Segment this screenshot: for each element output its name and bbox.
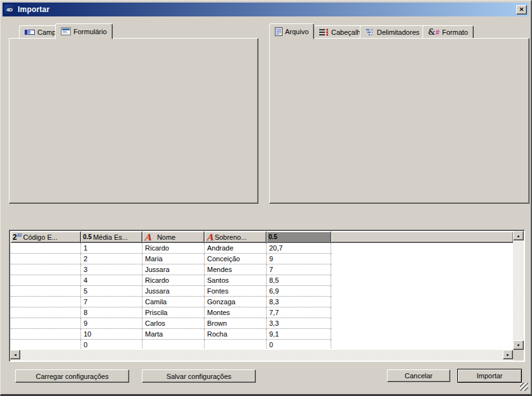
table-cell: Gonzaga (205, 297, 267, 307)
table-cell: 0 (81, 340, 142, 349)
table-cell: Fontes (205, 286, 267, 296)
tab-arquivo[interactable]: Arquivo (269, 23, 314, 39)
type-alpha-icon: A (206, 234, 213, 240)
table-row[interactable]: 1RicardoAndrade20,7 (11, 243, 331, 254)
column-label: Código E... (23, 233, 57, 241)
table-cell (11, 275, 81, 285)
table-cell: Camila (142, 297, 205, 307)
table-cell: 9 (81, 318, 142, 328)
column-header[interactable]: 0.5 Média Es... (81, 232, 142, 243)
table-cell: 8,5 (267, 275, 331, 285)
table-row[interactable]: 5JussaraFontes6,9 (11, 286, 331, 297)
header-filler (331, 232, 513, 243)
format-icon: & (428, 28, 435, 37)
table-cell: Andrade (205, 243, 267, 253)
save-config-button[interactable]: Salvar configurações (142, 369, 256, 383)
table-cell: Jussara (142, 286, 205, 296)
left-panel (9, 38, 258, 204)
scroll-left-icon[interactable]: ◄ (10, 350, 20, 359)
table-row[interactable]: 3JussaraMendes7 (11, 264, 331, 275)
table-cell: 9 (267, 254, 331, 264)
form-icon (61, 27, 71, 35)
type-alpha-icon: A (144, 234, 151, 240)
column-label: Média Es... (93, 233, 128, 241)
grid-body: 1RicardoAndrade20,72MariaConceição93Juss… (11, 243, 513, 349)
table-cell: 1 (81, 243, 142, 253)
import-button[interactable]: Importar (457, 369, 522, 383)
column-label: Nome (157, 233, 175, 241)
table-cell (11, 297, 81, 307)
table-cell (11, 286, 81, 296)
title-bar[interactable]: 4D Importar ✕ (3, 3, 529, 16)
table-cell: 7,7 (267, 307, 331, 318)
type-real-icon: 0.5 (269, 233, 277, 240)
column-label: Sobreno... (215, 233, 247, 241)
table-row[interactable]: 2MariaConceição9 (11, 254, 331, 264)
table-cell: Ricardo (142, 275, 205, 285)
resize-grip[interactable] (520, 383, 528, 391)
table-row[interactable]: 8PriscilaMontes7,7 (11, 307, 331, 318)
import-dialog-window: 4D Importar ✕ Campos Formulário Arquivo … (0, 0, 532, 396)
table-cell (11, 329, 81, 339)
scroll-right-icon[interactable]: ► (503, 350, 513, 359)
v-scrollbar[interactable]: ▲ ▼ (513, 231, 524, 350)
load-config-button[interactable]: Carregar configurações (15, 369, 129, 383)
table-row[interactable]: 10MartaRocha9,1 (11, 329, 331, 340)
table-cell (142, 340, 205, 349)
table-cell: Jussara (142, 264, 205, 275)
table-row[interactable]: 7CamilaGonzaga8,3 (11, 297, 331, 307)
scroll-up-icon[interactable]: ▲ (513, 231, 524, 240)
table-cell: 2 (81, 254, 142, 264)
format-hash-icon: # (436, 28, 440, 36)
type-real-icon: 0.5 (83, 233, 92, 240)
table-cell: Ricardo (142, 243, 205, 253)
table-cell: 6,9 (267, 286, 331, 296)
table-cell: 3,3 (267, 318, 331, 328)
table-cell: 8,3 (267, 297, 331, 307)
type-integer-icon: 232 (13, 233, 22, 242)
right-panel (269, 38, 529, 204)
header-lines-icon (319, 28, 329, 36)
close-button[interactable]: ✕ (516, 5, 527, 15)
column-header[interactable]: 232 Código E... (11, 232, 81, 243)
table-cell: 4 (81, 275, 142, 285)
table-cell: Mendes (205, 264, 267, 275)
document-icon (275, 27, 282, 36)
table-cell: Santos (205, 275, 267, 285)
table-cell: 7 (267, 264, 331, 275)
cancel-button[interactable]: Cancelar (387, 369, 450, 382)
app-icon: 4D (4, 4, 15, 15)
fields-icon (25, 28, 35, 36)
column-header[interactable]: A Nome (142, 232, 205, 243)
table-cell (11, 318, 81, 328)
h-scrollbar[interactable]: ◄ ► (10, 350, 513, 361)
table-cell: Rocha (205, 329, 267, 339)
table-cell: Conceição (205, 254, 267, 264)
tab-formulario[interactable]: Formulário (55, 23, 113, 39)
table-cell: 0 (267, 340, 331, 349)
table-cell (205, 340, 267, 349)
table-row[interactable]: 4RicardoSantos8,5 (11, 275, 331, 286)
column-header[interactable]: A Sobreno... (205, 232, 267, 243)
table-cell (11, 254, 81, 264)
window-title: Importar (18, 5, 49, 14)
table-cell: Priscila (142, 307, 205, 318)
table-row[interactable]: 00 (11, 340, 331, 349)
table-cell: 7 (81, 297, 142, 307)
table-row[interactable]: 9CarlosBrown3,3 (11, 318, 331, 329)
column-header-selected[interactable]: 0.5 (267, 232, 331, 243)
table-cell: 5 (81, 286, 142, 296)
tab-formato[interactable]: & # Formato (422, 25, 474, 39)
scroll-down-icon[interactable]: ▼ (513, 340, 524, 350)
table-cell: Montes (205, 307, 267, 318)
table-cell: Carlos (142, 318, 205, 328)
delimiters-icon (365, 28, 374, 36)
tab-formulario-label: Formulário (73, 28, 107, 35)
data-grid: 232 Código E... 0.5 Média Es... A Nome A… (9, 230, 525, 362)
table-cell: 3 (81, 264, 142, 275)
tab-delimitadores[interactable]: Delimitadores (360, 25, 425, 39)
table-cell: Marta (142, 329, 205, 339)
scrollbar-corner (513, 350, 524, 361)
table-cell (11, 264, 81, 275)
table-cell: 9,1 (267, 329, 331, 339)
